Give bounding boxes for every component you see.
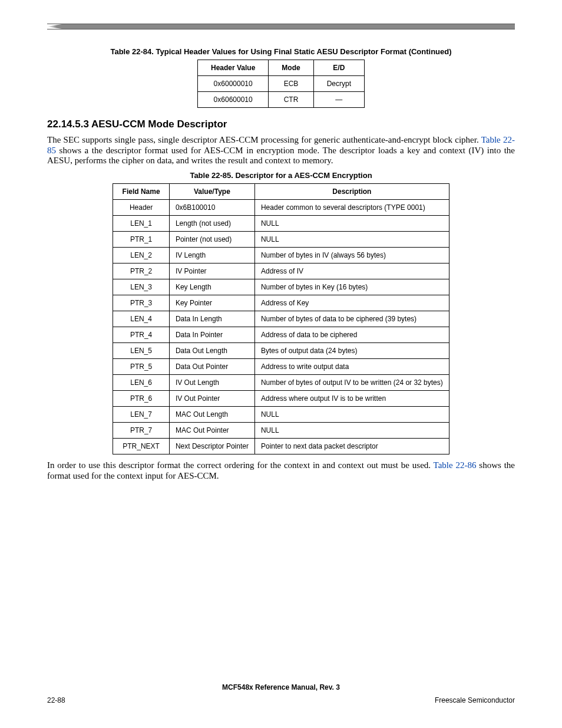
table-row: LEN_5Data Out LengthBytes of output data…	[113, 343, 449, 359]
cell: MAC Out Length	[169, 407, 254, 423]
cell: NULL	[254, 407, 449, 423]
section-heading: 22.14.5.3 AESU-CCM Mode Descriptor	[47, 118, 515, 130]
text: The SEC supports single pass, single des…	[47, 135, 481, 144]
cell: LEN_1	[113, 216, 170, 232]
cell: LEN_5	[113, 343, 170, 359]
table-row: PTR_1Pointer (not used)NULL	[113, 232, 449, 248]
cell: Data In Pointer	[169, 327, 254, 343]
table-row: PTR_4Data In PointerAddress of data to b…	[113, 327, 449, 343]
cell: Decrypt	[313, 76, 364, 92]
cell: IV Length	[169, 248, 254, 263]
table-row: LEN_1Length (not used)NULL	[113, 216, 449, 232]
section-number: 22.14.5.3	[47, 118, 89, 130]
header-rule	[47, 24, 515, 29]
cell: 0x6B100010	[169, 200, 254, 216]
table-row: Field Name Value/Type Description	[113, 184, 449, 200]
cell: PTR_4	[113, 327, 170, 343]
table-row: PTR_6IV Out PointerAddress where output …	[113, 391, 449, 407]
cell: Bytes of output data (24 bytes)	[254, 343, 449, 359]
page-footer: MCF548x Reference Manual, Rev. 3 22-88 F…	[47, 683, 515, 704]
cell: NULL	[254, 232, 449, 248]
paragraph: The SEC supports single pass, single des…	[47, 135, 515, 166]
table-84: Header Value Mode E/D 0x60000010 ECB Dec…	[197, 60, 365, 108]
table-row: LEN_3Key LengthNumber of bytes in Key (1…	[113, 279, 449, 295]
table-85: Field Name Value/Type Description Header…	[113, 183, 449, 454]
table-row: 0x60000010 ECB Decrypt	[197, 76, 364, 92]
cell: LEN_6	[113, 375, 170, 391]
cell: LEN_4	[113, 311, 170, 327]
cell: Header common to several descriptors (TY…	[254, 200, 449, 216]
table-row: PTR_5Data Out PointerAddress to write ou…	[113, 359, 449, 375]
cell: Next Descriptor Pointer	[169, 439, 254, 454]
table-row: PTR_7MAC Out PointerNULL	[113, 423, 449, 439]
text: shows a the descriptor format used for A…	[47, 146, 515, 166]
cell: Key Length	[169, 279, 254, 295]
table-row: Header0x6B100010Header common to several…	[113, 200, 449, 216]
cell: Pointer to next data packet descriptor	[254, 439, 449, 454]
footer-brand: Freescale Semiconductor	[435, 696, 515, 704]
cell: IV Out Pointer	[169, 391, 254, 407]
cell: LEN_7	[113, 407, 170, 423]
col-header: Description	[254, 184, 449, 200]
table-row: LEN_4Data In LengthNumber of bytes of da…	[113, 311, 449, 327]
cell: CTR	[269, 92, 313, 108]
col-header: E/D	[313, 60, 364, 76]
cell: Number of bytes of output IV to be writt…	[254, 375, 449, 391]
cell: Address of IV	[254, 263, 449, 279]
cell: PTR_NEXT	[113, 439, 170, 454]
section-title: AESU-CCM Mode Descriptor	[91, 118, 227, 130]
table-84-caption: Table 22-84. Typical Header Values for U…	[47, 47, 515, 56]
table-row: PTR_2IV PointerAddress of IV	[113, 263, 449, 279]
cell: PTR_5	[113, 359, 170, 375]
cell: LEN_3	[113, 279, 170, 295]
cell: 0x60000010	[197, 76, 268, 92]
cell: Key Pointer	[169, 295, 254, 311]
cell: PTR_7	[113, 423, 170, 439]
col-header: Field Name	[113, 184, 170, 200]
col-header: Header Value	[197, 60, 268, 76]
table-row: Header Value Mode E/D	[197, 60, 364, 76]
cell: PTR_3	[113, 295, 170, 311]
text: In order to use this descriptor format t…	[47, 460, 434, 470]
table-row: PTR_3Key PointerAddress of Key	[113, 295, 449, 311]
cell: PTR_1	[113, 232, 170, 248]
cell: Address of data to be ciphered	[254, 327, 449, 343]
table-row: LEN_7MAC Out LengthNULL	[113, 407, 449, 423]
col-header: Value/Type	[169, 184, 254, 200]
cell: Data In Length	[169, 311, 254, 327]
cell: LEN_2	[113, 248, 170, 263]
cell: IV Pointer	[169, 263, 254, 279]
cell: Pointer (not used)	[169, 232, 254, 248]
cell: NULL	[254, 423, 449, 439]
cell: 0x60600010	[197, 92, 268, 108]
cell: Data Out Pointer	[169, 359, 254, 375]
cell: Number of bytes in Key (16 bytes)	[254, 279, 449, 295]
table-row: LEN_6IV Out LengthNumber of bytes of out…	[113, 375, 449, 391]
paragraph: In order to use this descriptor format t…	[47, 460, 515, 481]
cell: NULL	[254, 216, 449, 232]
cell: Number of bytes in IV (always 56 bytes)	[254, 248, 449, 263]
cell: MAC Out Pointer	[169, 423, 254, 439]
cell: ECB	[269, 76, 313, 92]
col-header: Mode	[269, 60, 313, 76]
xref-link[interactable]: Table 22-86	[434, 460, 477, 470]
table-row: PTR_NEXTNext Descriptor PointerPointer t…	[113, 439, 449, 454]
cell: Address where output IV is to be written	[254, 391, 449, 407]
cell: Header	[113, 200, 170, 216]
cell: Address to write output data	[254, 359, 449, 375]
cell: IV Out Length	[169, 375, 254, 391]
table-row: 0x60600010 CTR —	[197, 92, 364, 108]
cell: PTR_6	[113, 391, 170, 407]
cell: Number of bytes of data to be ciphered (…	[254, 311, 449, 327]
table-row: LEN_2IV LengthNumber of bytes in IV (alw…	[113, 248, 449, 263]
page-number: 22-88	[47, 696, 65, 704]
cell: Length (not used)	[169, 216, 254, 232]
cell: PTR_2	[113, 263, 170, 279]
footer-title: MCF548x Reference Manual, Rev. 3	[47, 683, 515, 691]
cell: Address of Key	[254, 295, 449, 311]
table-85-caption: Table 22-85. Descriptor for a AES-CCM En…	[47, 171, 515, 180]
cell: Data Out Length	[169, 343, 254, 359]
cell: —	[313, 92, 364, 108]
